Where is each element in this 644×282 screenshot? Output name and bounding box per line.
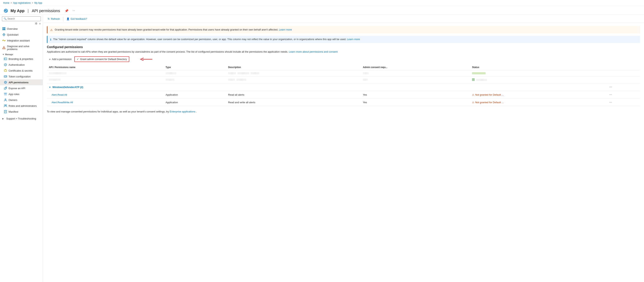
svg-point-8 [2,40,3,41]
expose-api-label: Expose an API [8,87,25,90]
sidebar-item-owners[interactable]: Owners [0,97,43,103]
breadcrumb-my-app[interactable]: My App [34,2,42,4]
group-name-defender: ▼ WindowsDefenderATP (2) [47,83,606,91]
warning-status-icon-rw: ⚠ [472,101,474,104]
search-icon: 🔍 [4,17,7,20]
svg-rect-27 [4,88,6,89]
auth-icon [4,63,7,66]
search-wrapper[interactable]: 🔍 [2,17,41,21]
right-panel: ↻ Refresh 👤 Got feedback? ⚠ Granting ten… [43,15,644,282]
search-input[interactable] [8,17,39,20]
sidebar-item-expose-api[interactable]: Expose an API [0,85,43,91]
sidebar-item-app-roles[interactable]: App roles [0,91,43,97]
pin-button[interactable]: 📌 [64,9,69,13]
sidebar-item-api-permissions[interactable]: API permissions [0,79,43,85]
svg-rect-6 [4,29,5,30]
learn-more-permissions-link[interactable]: Learn more about permissions and consent [289,50,338,53]
perm-more-button-rw[interactable]: ··· [608,100,613,104]
header-actions: 📌 ··· [64,9,76,13]
sidebar-item-quickstart[interactable]: Quickstart [0,32,43,38]
diagnose-icon [2,46,6,49]
sidebar-item-manifest[interactable]: Manifest [0,109,43,115]
perm-desc-read: Read all alerts [226,91,361,99]
sidebar-search-area: 🔍 [0,15,43,22]
more-button[interactable]: ··· [72,9,76,13]
sidebar-settings-btn[interactable]: ⚙ [35,22,38,25]
warning-alert-icon: ⚠ [50,28,53,32]
info-alert: ℹ The "Admin consent required" column sh… [47,36,640,43]
sidebar-item-roles-admin[interactable]: Roles and administrators [0,103,43,109]
sidebar: 🔍 ⚙ ‹‹ Overview Quickstart Integration [0,15,43,282]
manage-section-header[interactable]: ▼ Manage [0,52,43,56]
perm-name-rw: Alert.ReadWrite.All [47,99,164,106]
add-permission-label: Add a permission [52,58,72,61]
col-admin-consent: Admin consent requ... [361,64,470,70]
red-arrow-annotation [139,56,154,63]
refresh-icon: ↻ [48,17,50,20]
breadcrumb-app-registrations[interactable]: App registrations [13,2,31,4]
table-row-alert-readwrite: Alert.ReadWrite.All Application Read and… [47,99,640,106]
svg-rect-5 [2,29,4,30]
blurred-admin-1 [361,70,470,77]
table-row-group-defender[interactable]: ▼ WindowsDefenderATP (2) ··· [47,83,640,91]
svg-rect-30 [4,94,7,94]
perm-name-read: Alert.Read.All [47,91,164,99]
token-icon [4,75,7,78]
breadcrumb: Home > App registrations > My App [0,0,644,6]
col-name: API / Permissions name [47,64,164,70]
group-link-defender[interactable]: WindowsDefenderATP (2) [52,86,84,89]
perm-link-read[interactable]: Alert.Read.All [52,93,67,96]
sidebar-item-diagnose[interactable]: Diagnose and solve problems [0,43,43,52]
breadcrumb-sep1: > [10,2,12,4]
breadcrumb-home[interactable]: Home [3,2,9,4]
sidebar-item-authentication[interactable]: Authentication [0,62,43,68]
perm-link-rw[interactable]: Alert.ReadWrite.All [52,101,73,104]
section-desc: Applications are authorized to call APIs… [47,50,640,54]
blurred-status-1 [470,70,606,77]
sidebar-item-certificates[interactable]: Certificates & secrets [0,68,43,74]
warning-learn-more-link[interactable]: Learn more [279,28,292,31]
app-roles-label: App roles [8,93,19,96]
owners-icon [4,98,7,101]
diagnose-label: Diagnose and solve problems [7,45,40,51]
grant-consent-label: Grant admin consent for Default Director… [80,58,127,61]
sidebar-item-token[interactable]: Token configuration [0,74,43,79]
col-status: Status [470,64,606,70]
perm-more-button-read[interactable]: ··· [608,92,613,97]
svg-point-33 [4,105,6,106]
group-dots-1[interactable]: ··· [606,83,640,91]
col-desc: Description [226,64,361,70]
feedback-button[interactable]: 👤 Got feedback? [65,17,89,21]
group-more-button-defender[interactable]: ··· [608,85,613,89]
svg-point-7 [4,34,4,35]
grant-consent-button[interactable]: ✓ Grant admin consent for Default Direct… [74,56,129,62]
add-permission-button[interactable]: + Add a permission [47,56,74,62]
svg-rect-31 [4,95,7,95]
sidebar-item-branding[interactable]: Branding & properties [0,56,43,62]
sidebar-collapse-btn[interactable]: ‹‹ [39,22,41,25]
cert-icon [4,69,7,72]
svg-point-22 [5,82,6,83]
sidebar-item-integration[interactable]: Integration assistant [0,38,43,43]
perm-action-rw[interactable]: ··· [606,99,640,106]
status-text-read: Not granted for Default ... [475,93,504,96]
perm-action-read[interactable]: ··· [606,91,640,99]
info-learn-more-link[interactable]: Learn more [347,38,360,41]
table-row [47,77,640,83]
owners-label: Owners [8,99,18,101]
page-title: My App [10,9,24,13]
blurred-type-1 [164,70,226,77]
overview-icon [2,27,6,30]
sidebar-item-overview[interactable]: Overview [0,26,43,32]
footer-text: To view and manage consented permissions… [47,110,640,113]
quickstart-label: Quickstart [7,33,18,36]
sidebar-item-support[interactable]: ▶ Support + Troubleshooting [0,116,43,121]
table-row [47,70,640,77]
enterprise-apps-link[interactable]: Enterprise applications [170,110,196,113]
page-header: My App | API permissions 📌 ··· [0,6,644,15]
perm-desc-rw: Read and write all alerts [226,99,361,106]
api-perm-icon [4,81,7,84]
roles-icon [4,104,7,107]
info-alert-icon: ℹ [50,38,51,41]
refresh-button[interactable]: ↻ Refresh [46,17,62,21]
